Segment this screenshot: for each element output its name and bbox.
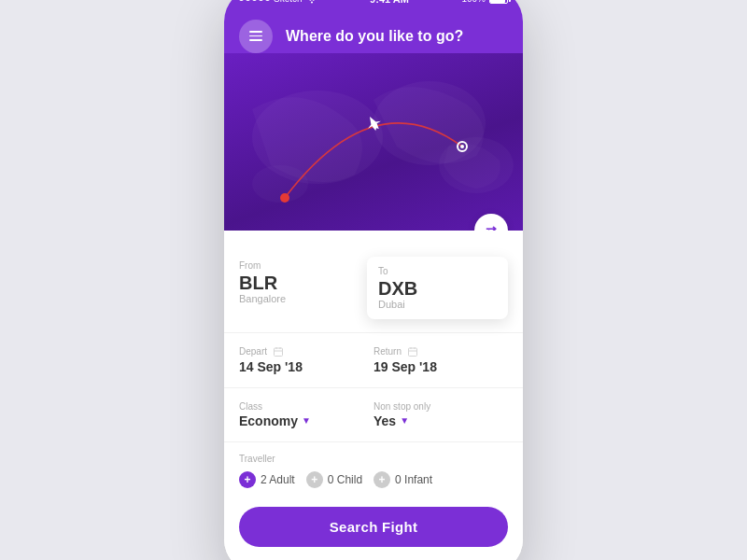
signal-dots [239,0,270,1]
header-title: Where do you like to go? [286,28,463,45]
calendar-icon-depart [273,346,284,357]
map-area: ⇄ [224,53,523,231]
status-time: 9:41 AM [370,0,409,5]
flight-path-svg [224,53,523,231]
form-section: From BLR Bangalore To DXB Dubai Depart [224,231,523,561]
nonstop-dropdown-arrow: ▼ [400,415,409,426]
from-code: BLR [239,273,358,293]
date-row: Depart 14 Sep '18 Return [224,333,523,388]
from-label: From [239,260,358,271]
svg-point-4 [280,193,289,203]
to-field[interactable]: To DXB Dubai [367,257,508,319]
svg-rect-7 [275,348,283,357]
adult-plus-icon[interactable]: + [239,471,256,488]
child-plus-icon[interactable]: + [306,471,323,488]
infant-plus-icon[interactable]: + [374,471,390,488]
to-city: Dubai [378,299,497,310]
adult-count-item[interactable]: + 2 Adult [239,471,295,488]
child-count: 0 Child [328,473,362,486]
class-dropdown-arrow: ▼ [302,415,311,426]
class-value: Economy ▼ [239,413,374,428]
battery-percent: 100% [461,0,486,4]
from-city: Bangalore [239,293,358,304]
nonstop-field[interactable]: Non stop only Yes ▼ [374,401,508,428]
phone-frame: Sketch 9:41 AM 100% Where do you like to… [224,0,523,560]
hamburger-icon [249,31,262,41]
svg-point-6 [460,145,464,148]
to-label: To [378,266,497,276]
status-left: Sketch [239,0,317,4]
search-flight-button[interactable]: Search Fight [239,507,508,547]
battery-icon [489,0,508,4]
wifi-icon [306,0,317,4]
depart-value: 14 Sep '18 [239,359,374,374]
from-field[interactable]: From BLR Bangalore [239,257,358,319]
depart-label: Depart [239,346,374,357]
swap-icon: ⇄ [486,223,497,231]
search-btn-wrapper: Search Fight [224,501,523,561]
depart-field[interactable]: Depart 14 Sep '18 [239,346,374,374]
class-label: Class [239,401,374,412]
return-label: Return [374,346,508,357]
header: Where do you like to go? [224,10,523,53]
status-bar: Sketch 9:41 AM 100% [224,0,523,10]
infant-count: 0 Infant [395,473,432,486]
return-value: 19 Sep '18 [374,359,508,374]
menu-button[interactable] [239,20,273,53]
nonstop-label: Non stop only [374,401,508,412]
to-code: DXB [378,278,497,299]
calendar-icon-return [407,346,418,357]
adult-count: 2 Adult [261,473,295,486]
traveller-row: Traveller + 2 Adult + 0 Child + 0 Infant [224,442,523,501]
status-right: 100% [461,0,508,4]
infant-count-item[interactable]: + 0 Infant [374,471,432,488]
svg-rect-11 [409,348,417,357]
child-count-item[interactable]: + 0 Child [306,471,362,488]
traveller-label: Traveller [239,454,508,464]
route-row: From BLR Bangalore To DXB Dubai [224,231,523,333]
nonstop-value: Yes ▼ [374,413,508,428]
carrier-label: Sketch [274,0,303,4]
class-row: Class Economy ▼ Non stop only Yes ▼ [224,388,523,442]
class-field[interactable]: Class Economy ▼ [239,401,374,428]
return-field[interactable]: Return 19 Sep '18 [374,346,508,374]
traveller-counts: + 2 Adult + 0 Child + 0 Infant [239,471,508,488]
